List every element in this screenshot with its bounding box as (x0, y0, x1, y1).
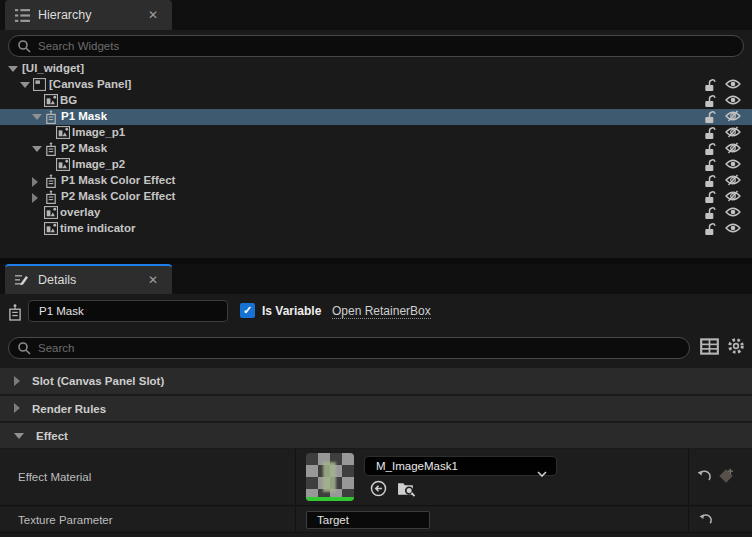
umg-editor: Hierarchy ✕ Search Widgets [UI_widget][C… (0, 0, 752, 537)
retainer-widget-icon (45, 174, 59, 188)
reset-to-default-icon[interactable] (698, 513, 713, 531)
search-icon (17, 341, 31, 355)
hierarchy-tabbar: Hierarchy ✕ (0, 0, 752, 30)
browse-to-asset-icon[interactable] (397, 480, 416, 501)
texture-parameter-input[interactable]: Target (306, 511, 430, 529)
lock-icon[interactable] (703, 206, 719, 220)
retainer-widget-icon (45, 110, 59, 124)
chevron-right-icon (14, 403, 20, 413)
expander-arrow-down-icon[interactable] (32, 114, 42, 120)
column-divider (688, 507, 689, 532)
image-widget-icon (44, 222, 58, 236)
tree-row-label: [Canvas Panel] (49, 78, 131, 90)
lock-icon[interactable] (703, 126, 719, 140)
section-render-rules-label: Render Rules (32, 403, 106, 415)
close-icon[interactable]: ✕ (148, 273, 158, 287)
search-placeholder: Search (38, 342, 74, 354)
section-effect[interactable]: Effect (0, 423, 752, 448)
lock-icon[interactable] (703, 190, 719, 204)
chevron-down-icon (537, 463, 547, 470)
tab-hierarchy[interactable]: Hierarchy ✕ (5, 0, 172, 30)
visibility-eye-slash-icon[interactable] (725, 142, 741, 156)
use-selected-asset-icon[interactable] (370, 480, 387, 501)
expander-arrow-right-icon[interactable] (32, 193, 38, 203)
property-matrix-icon[interactable] (700, 338, 719, 359)
tree-row[interactable]: P1 Mask Color Effect (0, 173, 752, 189)
tree-row[interactable]: time indicator (0, 221, 752, 237)
tree-row-label: Image_p2 (72, 158, 125, 170)
visibility-eye-icon[interactable] (725, 222, 741, 236)
check-icon: ✓ (243, 304, 252, 316)
tree-row-label: Image_p1 (72, 126, 125, 138)
tab-hierarchy-label: Hierarchy (38, 8, 148, 22)
close-icon[interactable]: ✕ (148, 8, 158, 22)
lock-icon[interactable] (703, 174, 719, 188)
hierarchy-tree: [UI_widget][Canvas Panel]BGP1 MaskImage_… (0, 61, 752, 241)
tree-row[interactable]: overlay (0, 205, 752, 221)
reset-to-default-icon[interactable] (696, 469, 712, 488)
tree-row-label: BG (60, 94, 77, 106)
tree-row[interactable]: [UI_widget] (0, 61, 752, 77)
visibility-eye-slash-icon[interactable] (725, 110, 741, 124)
effect-material-label: Effect Material (18, 471, 91, 483)
column-divider[interactable] (295, 449, 296, 505)
tree-row-label: time indicator (60, 222, 135, 234)
tree-row-label: P1 Mask Color Effect (61, 174, 175, 186)
tree-row[interactable]: P2 Mask Color Effect (0, 189, 752, 205)
hierarchy-search-input[interactable]: Search Widgets (8, 35, 744, 57)
section-render-rules[interactable]: Render Rules (0, 396, 752, 421)
open-retainerbox-link[interactable]: Open RetainerBox (332, 304, 431, 319)
material-thumbnail[interactable] (306, 453, 354, 501)
lock-icon[interactable] (703, 142, 719, 156)
tree-row[interactable]: P2 Mask (0, 141, 752, 157)
section-slot[interactable]: Slot (Canvas Panel Slot) (0, 368, 752, 394)
expander-arrow-down-icon[interactable] (20, 82, 30, 88)
lock-icon[interactable] (703, 78, 719, 92)
is-variable-label: Is Variable (262, 304, 321, 318)
material-preview (323, 462, 336, 492)
tree-row[interactable]: Image_p2 (0, 157, 752, 173)
material-type-bar (306, 497, 354, 501)
create-asset-icon[interactable] (716, 466, 735, 489)
expander-arrow-down-icon[interactable] (8, 66, 18, 72)
lock-icon[interactable] (703, 222, 719, 236)
effect-material-dropdown[interactable]: M_ImageMask1 (364, 456, 557, 476)
visibility-eye-slash-icon[interactable] (725, 174, 741, 188)
expander-arrow-down-icon[interactable] (32, 146, 42, 152)
tree-row[interactable]: Image_p1 (0, 125, 752, 141)
section-slot-label: Slot (Canvas Panel Slot) (32, 375, 164, 387)
lock-icon[interactable] (703, 110, 719, 124)
settings-gear-icon[interactable] (727, 337, 745, 359)
section-effect-label: Effect (36, 430, 68, 442)
details-search-input[interactable]: Search (8, 337, 690, 359)
hierarchy-panel: Search Widgets [UI_widget][Canvas Panel]… (0, 30, 752, 258)
retainer-widget-icon (45, 142, 59, 156)
visibility-eye-icon[interactable] (725, 206, 741, 220)
effect-material-row: Effect Material M_ImageMask1 (0, 449, 752, 506)
image-widget-icon (56, 158, 70, 172)
tree-row[interactable]: P1 Mask (0, 109, 752, 125)
details-tabbar: Details ✕ (0, 264, 752, 294)
widget-name-input[interactable]: P1 Mask (28, 300, 228, 322)
tree-row[interactable]: BG (0, 93, 752, 109)
visibility-eye-slash-icon[interactable] (725, 126, 741, 140)
retainerbox-icon (8, 304, 22, 320)
visibility-eye-icon[interactable] (725, 94, 741, 108)
tab-details[interactable]: Details ✕ (5, 264, 172, 294)
is-variable-checkbox[interactable]: ✓ (240, 303, 255, 318)
tab-details-label: Details (38, 273, 148, 287)
canvas-widget-icon (33, 78, 47, 92)
visibility-eye-slash-icon[interactable] (725, 190, 741, 204)
tree-row[interactable]: [Canvas Panel] (0, 77, 752, 93)
hierarchy-list-icon (15, 8, 30, 22)
lock-icon[interactable] (703, 158, 719, 172)
visibility-eye-icon[interactable] (725, 158, 741, 172)
expander-arrow-right-icon[interactable] (32, 177, 38, 187)
texture-parameter-label: Texture Parameter (18, 514, 113, 526)
retainer-widget-icon (45, 190, 59, 204)
visibility-eye-icon[interactable] (725, 78, 741, 92)
lock-icon[interactable] (703, 94, 719, 108)
column-divider (688, 449, 689, 505)
search-icon (17, 39, 31, 53)
details-panel: P1 Mask ✓ Is Variable Open RetainerBox S… (0, 294, 752, 537)
